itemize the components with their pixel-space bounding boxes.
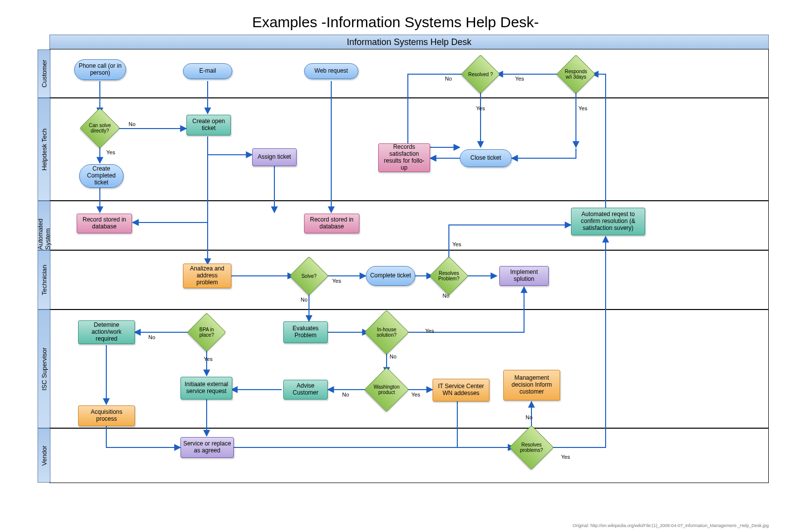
footer-credit: Original: http://en.wikipedia.org/wiki/F… [572, 523, 769, 528]
node-assign: Assign ticket [252, 148, 297, 166]
label-yes: Yes [425, 328, 434, 334]
label-no: No [301, 297, 308, 303]
node-create-open: Create open ticket [186, 115, 231, 135]
label-yes: Yes [452, 241, 461, 247]
node-resolves-problem: Resolves Problem? [435, 262, 463, 290]
node-bpa: BPA in place? [193, 318, 220, 346]
label-no: No [526, 414, 532, 420]
node-resolved: Resolved ? [467, 60, 494, 88]
node-record1: Record stored in database [77, 214, 132, 233]
label-yes: Yes [515, 76, 524, 82]
node-determine: Detemine action/work required [78, 320, 135, 344]
node-phone: Phone call (or in person) [74, 59, 126, 80]
label-no: No [445, 76, 452, 82]
node-responds: Responds w/i 3days [562, 60, 590, 88]
label-yes: Yes [204, 356, 213, 362]
label-no: No [342, 392, 349, 398]
label-yes: Yes [476, 105, 485, 111]
node-record2: Record stored in database [304, 214, 359, 233]
label-no: No [442, 293, 449, 299]
label-yes: Yes [106, 149, 115, 155]
node-email: E-mail [183, 63, 232, 79]
label-yes: Yes [561, 454, 570, 460]
node-create-completed: Create Completed ticket [79, 164, 124, 188]
node-auto-request: Automated reqest to confirm resolution (… [571, 208, 645, 235]
node-can-solve: Can solve directly? [86, 114, 114, 142]
label-no: No [390, 354, 396, 359]
node-evaluates: Evaluates Problem [283, 321, 328, 343]
node-satisfaction: Records satisfaction results for follo-u… [378, 143, 430, 172]
label-yes: Yes [411, 392, 420, 398]
node-itcenter: IT Service Center WN addesses [433, 379, 489, 401]
node-mgmt: Management decision Inform customer [503, 370, 560, 400]
node-complete: Complete ticket [366, 266, 415, 286]
node-implement: Implement splution [499, 266, 549, 286]
label-no: No [129, 121, 135, 127]
node-service: Service or replace as agreed [180, 437, 234, 458]
node-close: Close ticket [460, 149, 512, 167]
node-initiate: Initiaate external service request [180, 377, 232, 399]
node-analyze: Analizea and address problem [183, 264, 231, 288]
node-solve: Solve? [295, 262, 323, 290]
node-advise: Advise Customer [283, 380, 328, 399]
node-inhouse: In-house solution? [371, 316, 402, 348]
label-no: No [148, 334, 155, 340]
label-yes: Yes [578, 105, 587, 111]
node-acq: Acquisitions process [78, 405, 135, 426]
node-web: Web request [304, 63, 358, 79]
node-resolves2: Resolves problems? [516, 432, 547, 463]
node-washington: Washington product [371, 374, 402, 405]
label-yes: Yes [332, 278, 341, 284]
